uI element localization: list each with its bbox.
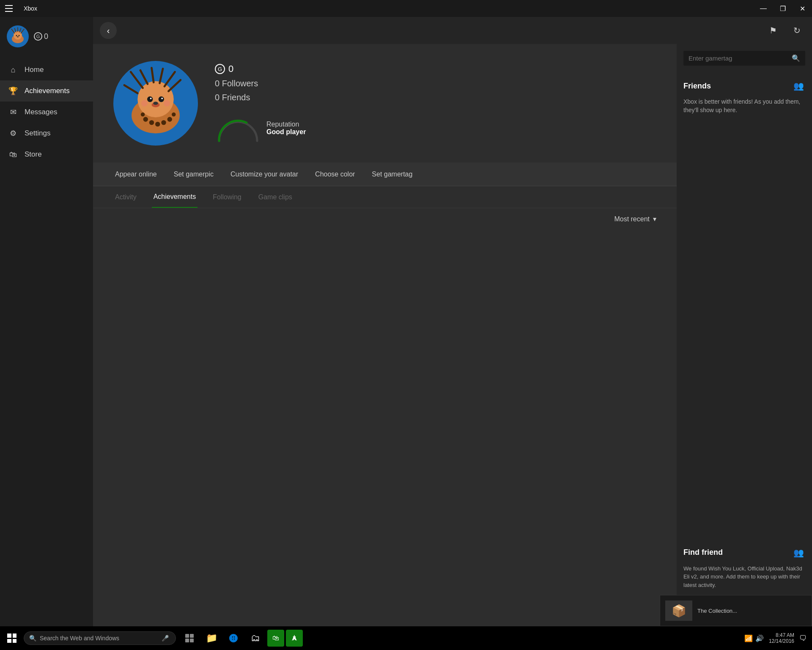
- start-button[interactable]: [0, 626, 24, 650]
- set-gamerpic-action[interactable]: Set gamerpic: [172, 171, 215, 178]
- sort-chevron-icon: ▾: [653, 215, 656, 223]
- wifi-icon: 📶: [744, 634, 753, 642]
- reputation-section: Reputation Good player: [215, 113, 306, 143]
- tab-gameclips[interactable]: Game clips: [257, 186, 294, 208]
- find-friend-button[interactable]: 👥: [792, 546, 805, 559]
- messages-icon: ✉: [8, 107, 18, 117]
- avatar: [7, 25, 29, 47]
- svg-point-9: [19, 35, 20, 36]
- taskbar-datetime[interactable]: 8:47 AM 12/14/2016: [769, 632, 794, 644]
- action-bar: Appear online Set gamerpic Customize you…: [93, 162, 677, 186]
- svg-point-34: [141, 113, 145, 117]
- sidebar-item-achievements[interactable]: 🏆 Achievements: [0, 80, 93, 102]
- customize-avatar-action[interactable]: Customize your avatar: [229, 171, 300, 178]
- tab-achievements[interactable]: Achievements: [152, 186, 198, 208]
- profile-avatar: [113, 61, 198, 146]
- followers-stat: 0 Followers: [215, 79, 306, 88]
- sort-bar: Most recent ▾: [93, 208, 677, 230]
- taskbar-file-manager[interactable]: 🗂: [245, 628, 266, 648]
- choose-color-action[interactable]: Choose color: [313, 171, 357, 178]
- svg-point-24: [161, 98, 163, 99]
- sidebar-item-home[interactable]: ⌂ Home: [0, 59, 93, 80]
- back-bar: ‹ ⚑ ↻: [93, 17, 812, 44]
- window-controls: — ❐ ✕: [754, 0, 812, 17]
- microphone-icon: 🎤: [162, 635, 169, 642]
- taskbar-search-text: Search the Web and Windows: [40, 635, 119, 642]
- main-content: G 0 0 Followers 0 Friends: [93, 44, 677, 626]
- reputation-title: Reputation: [266, 121, 306, 128]
- taskbar-xbox[interactable]: X: [286, 630, 303, 647]
- back-button[interactable]: ‹: [100, 22, 117, 39]
- app-container: G 0 ⌂ Home 🏆 Achievements ✉ Messages ⚙ S…: [0, 17, 812, 626]
- right-panel: 🔍 Friends 👥 Xbox is better with friends!…: [677, 44, 812, 626]
- sidebar-item-settings[interactable]: ⚙ Settings: [0, 123, 93, 144]
- sidebar-item-store[interactable]: 🛍 Store: [0, 144, 93, 165]
- svg-point-2: [14, 31, 22, 40]
- gamerscore-display: G 0: [34, 32, 48, 41]
- svg-point-33: [167, 117, 172, 121]
- refresh-button[interactable]: ↻: [788, 22, 805, 39]
- maximize-button[interactable]: ❐: [773, 0, 793, 17]
- taskbar-task-view[interactable]: [179, 628, 200, 648]
- sidebar-item-settings-label: Settings: [25, 129, 50, 138]
- add-friend-button[interactable]: 👥: [792, 79, 805, 93]
- svg-point-35: [172, 113, 176, 117]
- trophy-icon: 🏆: [8, 86, 18, 96]
- taskbar-store[interactable]: 🛍: [267, 630, 284, 647]
- find-friend-description: We found Wish You Luck, Official Upload,…: [683, 565, 805, 589]
- search-icon: 🔍: [792, 54, 800, 62]
- top-right-actions: ⚑ ↻: [765, 22, 805, 39]
- svg-point-27: [141, 100, 148, 106]
- sidebar: G 0 ⌂ Home 🏆 Achievements ✉ Messages ⚙ S…: [0, 17, 93, 626]
- reputation-value: Good player: [266, 128, 306, 136]
- notification-popup: 📦 The Collection...: [660, 595, 812, 626]
- svg-rect-41: [185, 634, 189, 638]
- gamerscore-icon: G: [34, 32, 42, 41]
- reputation-text: Reputation Good player: [266, 121, 306, 136]
- svg-point-21: [147, 96, 153, 102]
- reputation-meter: Reputation Good player: [215, 113, 306, 143]
- appear-online-action[interactable]: Appear online: [113, 171, 159, 178]
- friends-section: Friends 👥 Xbox is better with friends! A…: [677, 72, 812, 121]
- svg-point-30: [149, 120, 154, 125]
- tab-following[interactable]: Following: [211, 186, 243, 208]
- minimize-button[interactable]: —: [754, 0, 773, 17]
- svg-text:X: X: [293, 636, 296, 642]
- sidebar-user: G 0: [0, 17, 93, 56]
- tabs-bar: Activity Achievements Following Game cli…: [93, 186, 677, 208]
- friends-title: Friends: [683, 82, 711, 91]
- gamertag-search[interactable]: 🔍: [683, 51, 805, 66]
- notification-thumbnail: 📦: [665, 600, 692, 621]
- taskbar-edge[interactable]: e: [223, 628, 244, 648]
- gear-icon: ⚙: [8, 129, 18, 138]
- tab-activity[interactable]: Activity: [113, 186, 138, 208]
- notification-center-icon[interactable]: 🗨: [799, 634, 807, 643]
- taskbar: 🔍 Search the Web and Windows 🎤 📁 e 🗂 🛍: [0, 626, 812, 650]
- taskbar-explorer[interactable]: 📁: [201, 628, 222, 648]
- taskbar-search[interactable]: 🔍 Search the Web and Windows 🎤: [24, 631, 176, 645]
- taskbar-date: 12/14/2016: [769, 638, 794, 644]
- sidebar-item-messages-label: Messages: [25, 108, 57, 116]
- svg-point-26: [153, 102, 158, 105]
- profile-hero: G 0 0 Followers 0 Friends: [93, 44, 677, 162]
- sort-label: Most recent: [614, 215, 650, 223]
- gs-circle-icon: G: [215, 64, 225, 74]
- sidebar-item-home-label: Home: [25, 66, 44, 74]
- gamerscore-value: 0: [44, 32, 48, 41]
- hamburger-menu[interactable]: [5, 2, 19, 15]
- sort-dropdown[interactable]: Most recent ▾: [614, 215, 656, 223]
- app-title: Xbox: [24, 5, 37, 12]
- svg-point-23: [150, 98, 152, 99]
- taskbar-apps: 📁 e 🗂 🛍 X: [176, 628, 306, 648]
- friends-stat: 0 Friends: [215, 93, 306, 102]
- title-bar: Xbox — ❐ ✕: [0, 0, 812, 17]
- set-gamertag-action[interactable]: Set gamertag: [370, 171, 414, 178]
- taskbar-search-icon: 🔍: [29, 635, 36, 642]
- svg-point-8: [16, 35, 17, 36]
- gamertag-input[interactable]: [689, 55, 788, 62]
- sidebar-item-messages[interactable]: ✉ Messages: [0, 102, 93, 123]
- messages-button[interactable]: ⚑: [765, 22, 782, 39]
- close-button[interactable]: ✕: [793, 0, 812, 17]
- taskbar-time: 8:47 AM: [769, 632, 794, 638]
- volume-icon: 🔊: [755, 634, 764, 642]
